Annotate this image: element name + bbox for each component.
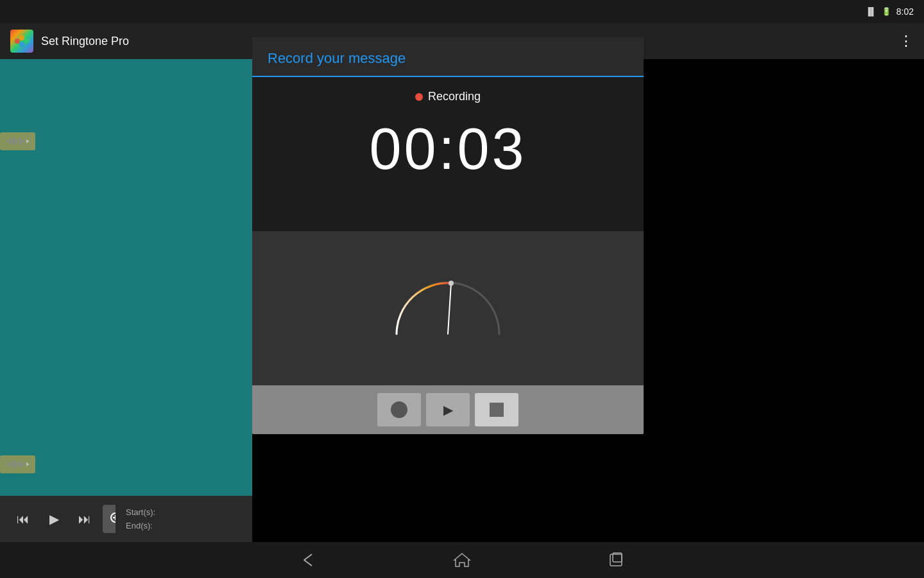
start-end-labels: Start(s): End(s): [116,496,252,542]
recents-button[interactable] [603,547,629,573]
svg-rect-9 [22,140,24,143]
recording-label: Recording [428,90,481,103]
skip-back-button[interactable]: ⏮ [10,506,36,532]
recording-dot [415,93,423,101]
time-display: 8:02 [896,6,914,17]
svg-rect-12 [10,462,12,467]
svg-rect-6 [13,137,15,145]
vu-meter [384,270,512,347]
dialog-lower-section [252,231,644,385]
app-icon [10,30,33,53]
nav-bar [0,542,924,578]
svg-rect-4 [6,140,8,143]
dialog-upper-section: Recording 00:03 [252,77,644,231]
svg-rect-15 [19,461,21,468]
svg-point-3 [19,42,24,47]
svg-point-26 [449,281,454,286]
svg-rect-11 [6,463,8,466]
record-dialog: Record your message Recording 00:03 [252,37,644,434]
svg-rect-27 [610,554,622,566]
signal-icon: ▐▌ [866,7,877,16]
dialog-title-area: Record your message [252,37,644,77]
dialog-title: Record your message [268,50,628,76]
svg-rect-16 [22,463,24,466]
main-background [0,59,252,542]
end-label: End(s): [126,521,242,530]
waveform-button-2[interactable] [0,455,35,473]
svg-rect-5 [10,139,12,144]
svg-point-1 [19,35,24,40]
svg-marker-10 [26,139,30,143]
skip-forward-button[interactable]: ⏭ [72,506,98,532]
svg-line-25 [448,283,451,334]
dialog-buttons: ▶ [252,385,644,434]
more-options-icon[interactable]: ⋮ [899,33,914,49]
dialog-play-button[interactable]: ▶ [426,393,470,426]
back-button[interactable] [295,547,321,573]
svg-marker-17 [26,462,30,466]
recording-indicator: Recording [415,90,481,103]
home-button[interactable] [449,547,475,573]
status-bar: ▐▌ 🔋 8:02 [0,0,924,23]
timer-display: 00:03 [369,116,526,182]
start-label: Start(s): [126,507,242,517]
record-button[interactable] [377,393,421,426]
svg-point-2 [24,39,29,44]
waveform-button-1[interactable] [0,132,35,150]
play-button[interactable]: ▶ [41,506,67,532]
svg-rect-8 [19,138,21,144]
battery-icon: 🔋 [882,7,891,16]
svg-point-0 [15,39,20,44]
svg-rect-14 [16,462,18,466]
stop-button[interactable] [475,393,518,426]
svg-rect-7 [16,139,18,143]
svg-rect-13 [13,460,15,468]
